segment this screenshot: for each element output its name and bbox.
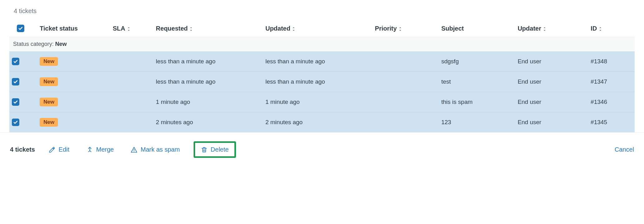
checkmark-icon <box>13 79 18 84</box>
col-priority-label: Priority <box>375 25 397 32</box>
cell-updated: less than a minute ago <box>263 72 372 92</box>
status-badge: New <box>40 77 58 86</box>
edit-button[interactable]: Edit <box>46 144 72 155</box>
checkmark-icon <box>18 26 23 31</box>
col-ticket-status-label: Ticket status <box>40 25 78 32</box>
cell-id: #1346 <box>588 92 635 112</box>
cell-sla <box>110 72 153 92</box>
table-row[interactable]: New 1 minute ago 1 minute ago this is sp… <box>9 92 635 112</box>
cell-sla <box>110 92 153 112</box>
sort-icon <box>291 27 296 32</box>
checkmark-icon <box>13 120 18 125</box>
col-ticket-status: Ticket status <box>37 20 110 37</box>
cell-updater: End user <box>515 72 588 92</box>
cell-sla <box>110 112 153 133</box>
sort-icon <box>398 27 402 32</box>
delete-label: Delete <box>211 146 229 153</box>
col-updated-label: Updated <box>265 25 290 32</box>
cell-updater: End user <box>515 92 588 112</box>
cell-id: #1347 <box>588 72 635 92</box>
cell-id: #1345 <box>588 112 635 133</box>
mark-as-spam-button[interactable]: Mark as spam <box>127 144 183 155</box>
col-priority[interactable]: Priority <box>372 20 439 37</box>
sort-icon <box>127 27 131 32</box>
cell-priority <box>372 112 439 133</box>
trash-icon <box>201 146 208 153</box>
cell-updated: 2 minutes ago <box>263 112 372 133</box>
col-id-label: ID <box>591 25 597 32</box>
col-requested[interactable]: Requested <box>153 20 263 37</box>
group-header-row: Status category: New <box>9 37 635 51</box>
cell-subject: sdgsfg <box>439 51 515 72</box>
cell-requested: less than a minute ago <box>153 72 263 92</box>
cell-requested: less than a minute ago <box>153 51 263 72</box>
col-updater-label: Updater <box>518 25 541 32</box>
table-row[interactable]: New less than a minute ago less than a m… <box>9 72 635 92</box>
group-label: Status category: <box>13 41 54 47</box>
cell-priority <box>372 92 439 112</box>
warning-icon <box>131 146 137 153</box>
sort-icon <box>189 27 193 32</box>
col-subject-label: Subject <box>441 25 464 32</box>
row-checkbox[interactable] <box>12 78 19 85</box>
status-badge: New <box>40 118 58 127</box>
merge-button[interactable]: Merge <box>83 144 117 155</box>
bulk-action-toolbar: 4 tickets Edit Merge Mark as spam Delete… <box>0 132 644 165</box>
group-value: New <box>55 41 67 47</box>
col-updater[interactable]: Updater <box>515 20 588 37</box>
cell-sla <box>110 51 153 72</box>
cell-requested: 1 minute ago <box>153 92 263 112</box>
col-requested-label: Requested <box>156 25 188 32</box>
delete-button[interactable]: Delete <box>194 141 236 158</box>
table-row[interactable]: New less than a minute ago less than a m… <box>9 51 635 72</box>
selection-count: 4 tickets <box>10 146 35 153</box>
ticket-count: 4 tickets <box>9 5 635 20</box>
cell-id: #1348 <box>588 51 635 72</box>
row-checkbox[interactable] <box>12 58 19 65</box>
col-sla-label: SLA <box>113 25 125 32</box>
cell-subject: 123 <box>439 112 515 133</box>
pencil-icon <box>49 146 55 153</box>
edit-label: Edit <box>59 146 69 153</box>
cell-subject: this is spam <box>439 92 515 112</box>
merge-label: Merge <box>96 146 114 153</box>
cell-updater: End user <box>515 112 588 133</box>
spam-label: Mark as spam <box>141 146 180 153</box>
cell-subject: test <box>439 72 515 92</box>
merge-icon <box>86 146 93 153</box>
sort-icon <box>542 27 547 32</box>
row-checkbox[interactable] <box>12 119 19 126</box>
row-checkbox[interactable] <box>12 98 19 106</box>
status-badge: New <box>40 57 58 66</box>
col-subject: Subject <box>439 20 515 37</box>
checkmark-icon <box>13 100 18 105</box>
svg-point-1 <box>134 151 134 152</box>
checkmark-icon <box>13 59 18 64</box>
select-all-checkbox[interactable] <box>17 25 24 32</box>
status-badge: New <box>40 98 58 106</box>
cell-updater: End user <box>515 51 588 72</box>
tickets-table: Ticket status SLA Requested Updated Prio… <box>9 20 635 132</box>
cell-priority <box>372 51 439 72</box>
col-updated[interactable]: Updated <box>263 20 372 37</box>
table-row[interactable]: New 2 minutes ago 2 minutes ago 123 End … <box>9 112 635 133</box>
col-sla[interactable]: SLA <box>110 20 153 37</box>
cell-requested: 2 minutes ago <box>153 112 263 133</box>
cell-updated: 1 minute ago <box>263 92 372 112</box>
cancel-button[interactable]: Cancel <box>615 146 634 153</box>
sort-icon <box>598 27 603 32</box>
cell-updated: less than a minute ago <box>263 51 372 72</box>
cell-priority <box>372 72 439 92</box>
col-id[interactable]: ID <box>588 20 635 37</box>
